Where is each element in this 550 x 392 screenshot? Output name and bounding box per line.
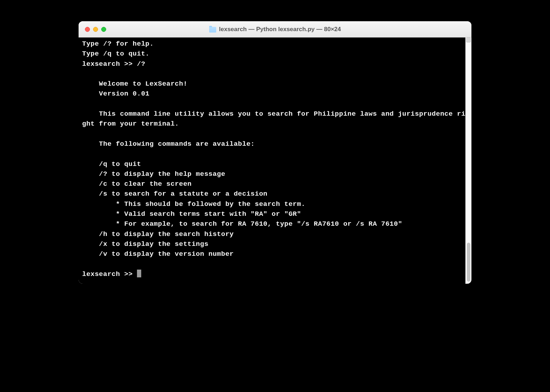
terminal-line: Type /? for help. [82,39,468,49]
scrollbar-indicator-icon [466,38,471,42]
traffic-lights [79,27,106,32]
terminal-line [82,99,468,109]
window-title-text: lexsearch — Python lexsearch.py — 80×24 [219,26,341,33]
close-button[interactable] [85,27,90,32]
maximize-button[interactable] [101,27,106,32]
terminal-content[interactable]: Type /? for help.Type /q to quit.lexsear… [79,38,471,284]
terminal-line: * For example, to search for RA 7610, ty… [82,219,468,229]
terminal-line: /q to quit [82,159,468,169]
window-title: lexsearch — Python lexsearch.py — 80×24 [79,26,471,33]
terminal-line [82,69,468,79]
scrollbar-thumb[interactable] [467,243,470,282]
window-titlebar[interactable]: lexsearch — Python lexsearch.py — 80×24 [79,21,471,38]
terminal-line: * This should be followed by the search … [82,199,468,209]
terminal-line: /x to display the settings [82,239,468,249]
terminal-line: Version 0.01 [82,89,468,99]
terminal-line: This command line utility allows you to … [82,109,468,129]
terminal-line: * Valid search terms start with "RA" or … [82,209,468,219]
terminal-line: /v to display the version number [82,249,468,259]
terminal-window: lexsearch — Python lexsearch.py — 80×24 … [79,21,471,284]
terminal-line: /s to search for a statute or a decision [82,189,468,199]
terminal-line: The following commands are available: [82,139,468,149]
terminal-line: /h to display the search history [82,229,468,239]
prompt-text: lexsearch >> [82,270,137,278]
terminal-line: /? to display the help message [82,169,468,179]
cursor-icon [137,270,141,277]
terminal-line: lexsearch >> /? [82,59,468,69]
scrollbar[interactable] [465,38,471,284]
terminal-line: /c to clear the screen [82,179,468,189]
terminal-line: Welcome to LexSearch! [82,79,468,89]
terminal-prompt[interactable]: lexsearch >> [82,269,468,279]
folder-icon [209,27,216,33]
terminal-line [82,129,468,139]
terminal-line [82,259,468,269]
minimize-button[interactable] [93,27,98,32]
terminal-line: Type /q to quit. [82,49,468,59]
terminal-line [82,149,468,159]
